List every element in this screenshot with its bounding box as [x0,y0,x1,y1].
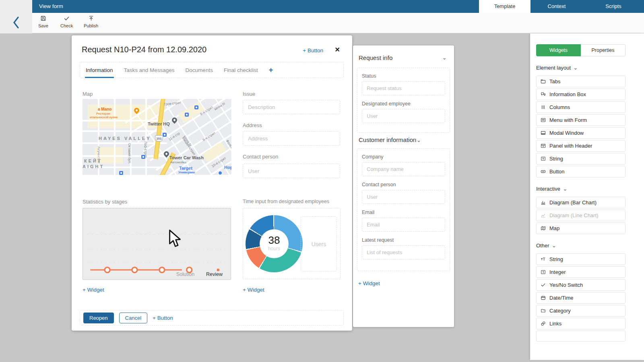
donut-center: 38 hours [260,229,289,258]
transit-badge-icon [162,132,167,137]
add-tab-plus-icon[interactable]: + [269,62,273,78]
map-widget[interactable]: a Mano Ресторан итальянской кухни Twitte… [83,99,231,175]
tab-context[interactable]: Context [530,0,583,13]
widget-item-yesno-switch[interactable]: Yes/No Switch [536,279,625,291]
customer-info-group: Company Contact person Email Latest requ… [357,148,450,271]
widget-item-diagram-line[interactable]: Diagram (Line Chart) [536,210,625,221]
add-widget-link-right[interactable]: + Widget [243,287,264,293]
back-button[interactable] [0,13,32,33]
menu-with-form-icon [541,117,546,123]
widget-item-information-box[interactable]: Information Box [536,88,625,100]
tab-scripts[interactable]: Scripts [583,0,644,13]
map-icon [541,226,546,231]
issue-input[interactable] [243,100,340,114]
map-label-twitter-hq: Twitter HQ [148,121,170,126]
contact-person2-input[interactable] [362,190,445,204]
latest-request-label: Latest request [362,237,445,243]
stats-line-chart [83,208,231,280]
close-icon[interactable]: ✕ [335,46,340,53]
widget-item-empty [536,331,625,341]
form-tab-documents[interactable]: Documents [186,62,213,78]
sidebar-tabs: Widgets Properties [536,44,625,56]
widget-item-string-layout[interactable]: String [536,153,625,165]
donut-center-value: 38 [260,234,289,247]
chevron-down-icon: ⌄ [552,242,557,249]
section-element-layout[interactable]: Element layout ⌄ [536,64,644,71]
request-info-title: Request info [359,54,392,61]
panel-with-header-icon [541,143,546,148]
window-title: View form [32,0,479,13]
reopen-button[interactable]: Reopen [83,313,114,323]
publish-button[interactable]: Publish [84,15,98,28]
map-blue-dot [218,171,223,175]
widget-item-button[interactable]: Button [536,166,625,177]
widget-item-links[interactable]: Links [536,318,625,329]
section-other[interactable]: Other ⌄ [536,242,644,249]
widget-item-category[interactable]: Category [536,305,625,317]
add-widget-link-left[interactable]: + Widget [83,287,104,293]
widget-item-tabs[interactable]: Tabs [536,76,625,87]
transit-badge-icon [119,171,124,175]
contact-person-input[interactable] [243,164,340,178]
map-label-amano-sub1: Ресторан [96,112,110,115]
widget-item-modal-window[interactable]: Modal Window [536,127,625,139]
tabs-icon [541,79,546,84]
add-footer-button-link[interactable]: + Button [153,315,173,321]
tab-properties[interactable]: Properties [581,44,625,56]
mouse-cursor [168,229,183,249]
form-title: Request N10-P24 from 12.09.2020 [82,45,206,54]
save-button[interactable]: Save [38,15,48,28]
tab-template[interactable]: Template [479,0,530,13]
check-icon [60,15,73,23]
address-input[interactable] [243,131,340,146]
form-tab-tasks[interactable]: Tasks and Messages [124,62,175,78]
check-button[interactable]: Check [60,15,73,28]
widget-item-datetime[interactable]: Date/Time [536,292,625,304]
section-interactive[interactable]: Interactive ⌄ [536,185,644,192]
street-laguna: Лагуна-стрит [97,146,100,163]
form-tab-final-checklist[interactable]: Final checklist [224,62,258,78]
request-info-chevron-icon[interactable]: ⌄ [442,54,447,61]
save-label: Save [38,23,48,28]
time-donut-widget[interactable]: 38 hours Users [243,208,341,279]
map-label-target: Target [179,166,192,171]
contact-person2-label: Contact person [362,182,445,187]
button-icon [541,169,546,174]
stats-widget-label: Statistics by stages [83,199,127,205]
modal-window-icon [541,130,546,136]
widget-item-columns[interactable]: Columns [536,101,625,113]
cancel-button[interactable]: Cancel [119,313,147,323]
integer-icon [541,269,546,275]
information-box-icon [541,92,546,97]
publish-label: Publish [84,23,98,28]
customer-info-chevron-icon[interactable]: ⌄ [416,137,421,143]
status-input[interactable] [362,81,445,95]
contact-person-label: Contact person [243,154,278,160]
latest-request-input[interactable] [362,245,445,259]
widget-item-string-other[interactable]: String [536,253,625,265]
string-box-icon [541,156,546,161]
email-input[interactable] [362,218,445,232]
form-modal-canvas: Request N10-P24 from 12.09.2020 + Button… [72,35,352,331]
tab-widgets[interactable]: Widgets [536,44,581,56]
company-label: Company [362,154,445,160]
add-header-button-link[interactable]: + Button [303,47,323,53]
map-road [83,130,165,132]
top-bar: View form Template Context Scripts [0,0,644,13]
designated-employee-input[interactable] [362,109,445,123]
form-tab-information[interactable]: Information [86,62,113,78]
company-input[interactable] [362,162,445,176]
widget-item-diagram-bar[interactable]: Diagram (Bar Chart) [536,197,625,208]
widget-item-integer[interactable]: Integer [536,266,625,278]
panel-add-widget-link[interactable]: + Widget [358,280,380,286]
save-icon [38,15,48,23]
widget-item-map[interactable]: Map [536,222,625,234]
map-label-amano-sub2: итальянской кухни [90,115,118,119]
widget-item-panel-with-header[interactable]: Panel with Header [536,140,625,152]
transit-badge-icon [141,154,146,159]
back-chevron-icon [12,16,21,31]
street-octavia: Октавия бул. [128,143,132,164]
chevron-down-icon: ⌄ [563,185,568,192]
widget-item-menu-with-form[interactable]: Menu with Form [536,114,625,126]
stats-chart-widget[interactable]: Solution Review [83,208,231,280]
